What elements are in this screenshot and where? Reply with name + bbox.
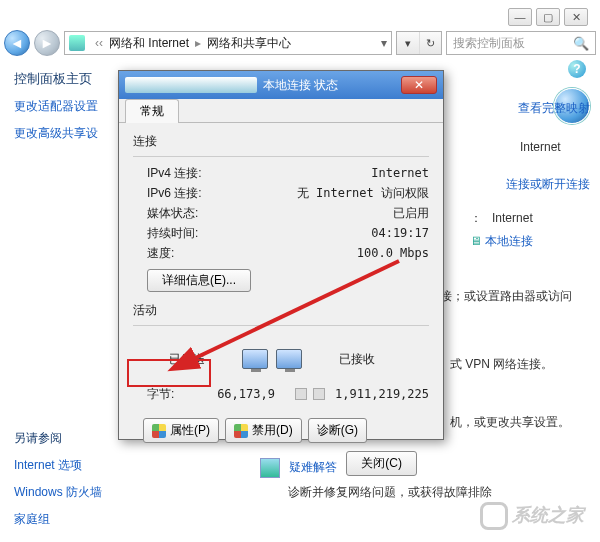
view-full-map-link[interactable]: 查看完整映射	[518, 101, 590, 115]
help-icon[interactable]: ?	[568, 60, 586, 78]
search-input[interactable]: 搜索控制面板 🔍	[446, 31, 596, 55]
properties-button[interactable]: 属性(P)	[143, 418, 219, 443]
duration-label: 持续时间:	[147, 223, 198, 243]
search-placeholder: 搜索控制面板	[453, 35, 525, 52]
dialog-body: 连接 IPv4 连接:Internet IPv6 连接:无 Internet 访…	[119, 123, 443, 439]
frag-change: 机，或更改共享设置。	[450, 414, 590, 431]
activity-monitor-icon	[237, 336, 307, 382]
sent-label: 已发送	[147, 351, 227, 368]
nav-forward-button[interactable]: ►	[34, 30, 60, 56]
sidebar-heading: 控制面板主页	[14, 70, 134, 88]
window-controls: — ▢ ✕	[508, 8, 588, 26]
dialog-titlebar[interactable]: 本地连接 状态 ✕	[119, 71, 443, 99]
watermark-logo-icon	[480, 502, 508, 530]
activity-indicator-icon	[295, 384, 325, 404]
sidebar-link-sharing[interactable]: 更改高级共享设	[14, 125, 134, 142]
close-button[interactable]: ✕	[564, 8, 588, 26]
tab-general[interactable]: 常规	[125, 99, 179, 123]
dialog-button-row: 属性(P) 禁用(D) 诊断(G)	[133, 418, 429, 443]
connection-status-dialog: 本地连接 状态 ✕ 常规 连接 IPv4 连接:Internet IPv6 连接…	[118, 70, 444, 440]
speed-label: 速度:	[147, 243, 174, 263]
divider	[133, 156, 429, 157]
speed-value: 100.0 Mbps	[357, 243, 429, 263]
breadcrumb-seg-1[interactable]: 网络和 Internet	[109, 35, 189, 52]
access-value: Internet	[492, 211, 533, 225]
search-icon: 🔍	[573, 36, 589, 51]
sidebar: 控制面板主页 更改适配器设置 更改高级共享设 另请参阅 Internet 选项 …	[14, 70, 134, 538]
divider	[133, 325, 429, 326]
ipv4-label: IPv4 连接:	[147, 163, 202, 183]
watermark: 系统之家	[480, 502, 584, 530]
connect-disconnect-link[interactable]: 连接或断开连接	[506, 177, 590, 191]
toolbar: ◄ ► ‹‹ 网络和 Internet ▸ 网络和共享中心 ▾ ▾ ↻ 搜索控制…	[4, 28, 596, 58]
internet-label: Internet	[460, 140, 590, 154]
ipv6-label: IPv6 连接:	[147, 183, 202, 203]
right-column-2: 查看完整映射	[460, 100, 590, 131]
uac-shield-icon	[234, 424, 248, 438]
refresh-button[interactable]: ↻	[419, 32, 441, 54]
ipv4-value: Internet	[371, 163, 429, 183]
refresh-group: ▾ ↻	[396, 31, 442, 55]
dialog-footer: 关闭(C)	[133, 443, 429, 476]
section-connection-label: 连接	[133, 133, 429, 150]
refresh-dropdown-button[interactable]: ▾	[397, 32, 419, 54]
maximize-button[interactable]: ▢	[536, 8, 560, 26]
disable-button[interactable]: 禁用(D)	[225, 418, 302, 443]
breadcrumb-sep: ‹‹	[95, 36, 103, 50]
adapter-icon	[125, 77, 257, 93]
dialog-close-footer-button[interactable]: 关闭(C)	[346, 451, 417, 476]
troubleshoot-desc: 诊断并修复网络问题，或获得故障排除	[288, 484, 492, 501]
chevron-right-icon: ▸	[195, 36, 201, 50]
media-value: 已启用	[393, 203, 429, 223]
bytes-recv-value: 1,911,219,225	[335, 387, 429, 401]
access-colon: ：	[470, 211, 482, 225]
recv-label: 已接收	[317, 351, 397, 368]
frag-router: 接；或设置路由器或访问	[440, 288, 590, 305]
right-column-5: ： Internet 🖥 本地连接	[470, 210, 590, 250]
dialog-title: 本地连接 状态	[263, 77, 395, 94]
uac-shield-icon	[152, 424, 166, 438]
nav-back-button[interactable]: ◄	[4, 30, 30, 56]
duration-value: 04:19:17	[371, 223, 429, 243]
sidebar-link-firewall[interactable]: Windows 防火墙	[14, 484, 134, 501]
sidebar-link-internet-options[interactable]: Internet 选项	[14, 457, 134, 474]
media-label: 媒体状态:	[147, 203, 198, 223]
breadcrumb-dropdown-icon[interactable]: ▾	[381, 36, 387, 50]
local-connection-link[interactable]: 本地连接	[485, 234, 533, 248]
frag-vpn: 式 VPN 网络连接。	[450, 356, 590, 373]
adapter-icon: 🖥	[470, 234, 482, 248]
sidebar-link-adapter[interactable]: 更改适配器设置	[14, 98, 134, 115]
dialog-tabs: 常规	[119, 99, 443, 123]
bytes-sent-value: 66,173,9	[207, 387, 285, 401]
control-panel-icon	[69, 35, 85, 51]
right-column-3: Internet	[460, 140, 590, 168]
ipv6-value: 无 Internet 访问权限	[297, 183, 429, 203]
details-button[interactable]: 详细信息(E)...	[147, 269, 251, 292]
breadcrumb[interactable]: ‹‹ 网络和 Internet ▸ 网络和共享中心 ▾	[64, 31, 392, 55]
minimize-button[interactable]: —	[508, 8, 532, 26]
section-activity-label: 活动	[133, 302, 429, 319]
sidebar-see-also: 另请参阅	[14, 430, 134, 447]
dialog-close-button[interactable]: ✕	[401, 76, 437, 94]
right-column-4: 连接或断开连接	[460, 176, 590, 207]
breadcrumb-seg-2[interactable]: 网络和共享中心	[207, 35, 291, 52]
diagnose-button[interactable]: 诊断(G)	[308, 418, 367, 443]
sidebar-link-homegroup[interactable]: 家庭组	[14, 511, 134, 528]
bytes-label: 字节:	[147, 386, 197, 403]
